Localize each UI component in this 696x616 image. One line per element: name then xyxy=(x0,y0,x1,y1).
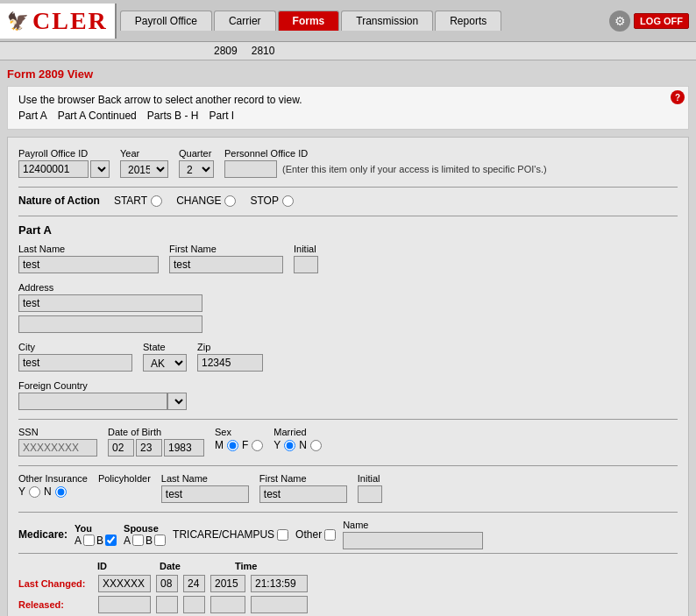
married-n-radio[interactable] xyxy=(310,440,322,451)
policyholder-initial-label: Initial xyxy=(358,473,382,484)
tab-transmission[interactable]: Transmission xyxy=(341,11,433,31)
released-time-input[interactable] xyxy=(251,596,308,613)
other-insurance-n-radio[interactable] xyxy=(55,486,67,498)
foreign-country-input[interactable] xyxy=(18,393,167,410)
tricare-checkbox[interactable] xyxy=(277,529,288,541)
foreign-country-row: Foreign Country ▼ xyxy=(18,380,678,410)
released-id-input[interactable] xyxy=(98,596,151,613)
change-radio-group: CHANGE xyxy=(176,195,236,207)
address-line2-input[interactable] xyxy=(18,315,202,333)
nav-link-parts-b-h[interactable]: Parts B - H xyxy=(147,110,199,122)
dob-group: Date of Birth xyxy=(108,427,204,457)
released-day-input[interactable] xyxy=(183,596,205,613)
id-col-label: ID xyxy=(97,561,154,571)
spouse-a-label: A xyxy=(124,535,131,547)
start-radio-group: START xyxy=(114,195,162,207)
personnel-office-id-input[interactable] xyxy=(224,160,277,178)
initial-label: Initial xyxy=(294,244,318,254)
dob-month-input[interactable] xyxy=(108,439,134,457)
year-select[interactable]: 2015 xyxy=(120,160,168,178)
first-name-input[interactable] xyxy=(169,256,283,273)
state-label: State xyxy=(143,342,187,352)
last-name-input[interactable] xyxy=(18,256,159,273)
released-month-input[interactable] xyxy=(156,596,178,613)
payroll-office-id-input[interactable] xyxy=(18,160,89,178)
sub-tab-2809[interactable]: 2809 xyxy=(210,44,241,58)
last-changed-label: Last Changed: xyxy=(18,578,93,589)
city-state-zip-row: City State AK Zip xyxy=(18,342,678,372)
spouse-label: Spouse xyxy=(124,523,166,534)
last-changed-time-input[interactable] xyxy=(251,575,308,592)
payroll-office-id-label: Payroll Office ID xyxy=(18,148,110,159)
ssn-group: SSN xyxy=(18,427,97,457)
nav-links: Part A Part A Continued Parts B - H Part… xyxy=(18,110,678,122)
quarter-label: Quarter xyxy=(179,148,214,159)
other-insurance-y-radio[interactable] xyxy=(29,486,40,498)
last-changed-year-input[interactable] xyxy=(210,575,245,592)
quarter-select[interactable]: 2 xyxy=(179,160,214,178)
dob-day-input[interactable] xyxy=(136,439,162,457)
policyholder-first-name-input[interactable] xyxy=(259,485,347,503)
last-changed-day-input[interactable] xyxy=(183,575,205,592)
tab-reports[interactable]: Reports xyxy=(435,11,501,31)
gear-icon[interactable]: ⚙ xyxy=(609,11,630,32)
sex-f-radio[interactable] xyxy=(252,440,263,451)
spouse-checkboxes: A B xyxy=(124,535,166,547)
eagle-icon: 🦅 xyxy=(7,11,29,32)
other-insurance-radio-group: Y N xyxy=(18,485,88,498)
page-title: Form 2809 View xyxy=(7,67,689,81)
other-insurance-group: Other Insurance Y N xyxy=(18,473,88,498)
you-a-checkbox[interactable] xyxy=(83,535,95,546)
other-checkbox[interactable] xyxy=(324,529,336,541)
address-label: Address xyxy=(18,282,202,293)
you-checkboxes: A B xyxy=(75,535,117,547)
sub-tabs-row: 2809 2810 xyxy=(0,42,696,60)
change-radio[interactable] xyxy=(224,195,236,207)
sex-m-radio[interactable] xyxy=(227,440,238,451)
last-changed-month-input[interactable] xyxy=(156,575,178,592)
other-insurance-other-label: Other xyxy=(295,528,322,541)
you-b-checkbox[interactable] xyxy=(105,535,117,546)
tab-carrier[interactable]: Carrier xyxy=(214,11,276,31)
tab-forms[interactable]: Forms xyxy=(278,11,340,31)
logout-button[interactable]: LOG OFF xyxy=(634,13,689,29)
date-col-label: Date xyxy=(160,561,230,571)
stop-radio[interactable] xyxy=(282,195,294,207)
city-input[interactable] xyxy=(18,354,132,372)
released-year-input[interactable] xyxy=(210,596,245,613)
info-box: ? Use the browser Back arrow to select a… xyxy=(7,86,689,130)
sex-group: Sex M F xyxy=(215,427,263,451)
policyholder-initial-group: Initial xyxy=(358,473,382,503)
zip-input[interactable] xyxy=(197,354,263,372)
nav-link-part-i[interactable]: Part I xyxy=(209,110,234,122)
policyholder-last-name-input[interactable] xyxy=(161,485,249,503)
state-select[interactable]: AK xyxy=(143,354,187,372)
last-changed-id-input[interactable] xyxy=(98,575,151,592)
help-icon[interactable]: ? xyxy=(671,90,685,104)
spouse-a-checkbox[interactable] xyxy=(132,535,144,546)
spouse-b-checkbox[interactable] xyxy=(154,535,166,546)
bottom-header-row: ID Date Time xyxy=(97,561,678,571)
married-y-radio[interactable] xyxy=(284,440,295,451)
divider-1 xyxy=(18,187,678,188)
name-input[interactable] xyxy=(343,532,483,549)
header-right: ⚙ LOG OFF xyxy=(602,7,696,35)
personnel-office-id-hint: (Enter this item only if your access is … xyxy=(282,164,547,174)
you-a-label: A xyxy=(75,535,82,547)
nav-tabs: Payroll Office Carrier Forms Transmissio… xyxy=(117,11,602,31)
payroll-office-id-select[interactable]: ▼ xyxy=(90,160,110,178)
married-group: Married Y N xyxy=(273,427,322,451)
divider-3 xyxy=(18,419,678,420)
tab-payroll-office[interactable]: Payroll Office xyxy=(120,11,212,31)
initial-input[interactable] xyxy=(294,256,318,273)
ssn-input[interactable] xyxy=(18,439,97,457)
foreign-country-select[interactable]: ▼ xyxy=(167,393,187,410)
address-line1-input[interactable] xyxy=(18,294,202,312)
policyholder-initial-input[interactable] xyxy=(358,485,382,503)
nav-link-part-a[interactable]: Part A xyxy=(18,110,47,122)
dob-year-input[interactable] xyxy=(164,439,204,457)
nav-link-part-a-continued[interactable]: Part A Continued xyxy=(58,110,137,122)
start-radio[interactable] xyxy=(151,195,162,207)
policyholder-first-name-label: First Name xyxy=(259,473,347,484)
sub-tab-2810[interactable]: 2810 xyxy=(248,44,279,58)
